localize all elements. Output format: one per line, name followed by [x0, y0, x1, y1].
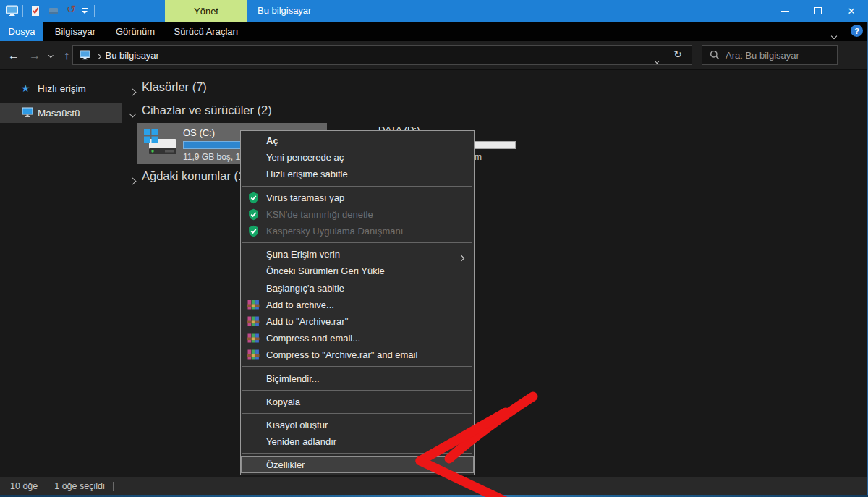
menu-item-label: Add to "Archive.rar" — [266, 316, 348, 327]
navigation-pane: ★ Hızlı erişim Masaüstü — [0, 70, 122, 477]
sidebar-item-desktop[interactable]: Masaüstü — [0, 103, 122, 123]
undo-icon[interactable]: ↺ — [67, 3, 76, 16]
menu-item-label: Yeni pencerede aç — [266, 152, 344, 163]
group-header-devices-drives[interactable]: Cihazlar ve sürücüler (2) — [122, 102, 868, 119]
sidebar-item-quick-access[interactable]: ★ Hızlı erişim — [0, 78, 122, 98]
maximize-button[interactable] — [801, 0, 835, 22]
menu-item-open-new-window[interactable]: Yeni pencerede aç — [241, 149, 474, 166]
refresh-icon[interactable]: ↻ — [673, 48, 682, 60]
menu-item-compress-rar-email[interactable]: Compress to "Archive.rar" and email — [241, 347, 474, 363]
kaspersky-shield-icon — [247, 225, 260, 237]
menu-item-add-to-archive[interactable]: Add to archive... — [241, 297, 474, 313]
group-label: Klasörler (7) — [142, 80, 207, 94]
menu-item-label: Add to archive... — [266, 300, 334, 310]
up-icon[interactable]: ↑ — [64, 41, 69, 70]
menu-item-compress-email[interactable]: Compress and email... — [241, 330, 474, 347]
menu-item-virus-scan[interactable]: Virüs taraması yap — [241, 190, 474, 206]
ribbon-collapse-icon[interactable] — [832, 28, 836, 41]
menu-item-label: Kaspersky Uygulama Danışmanı — [266, 226, 403, 237]
menu-item-label: Biçimlendir... — [266, 373, 320, 384]
manage-contextual-tab[interactable]: Yönet — [165, 0, 247, 22]
winrar-icon — [247, 349, 260, 361]
system-drive-icon — [143, 127, 178, 162]
qat-separator — [94, 5, 95, 17]
drive-name: OS (C:) — [183, 127, 215, 138]
menu-item-label: Kısayol oluştur — [266, 420, 328, 430]
qat-dropdown-icon[interactable] — [82, 8, 88, 14]
desktop-icon — [22, 106, 33, 120]
menu-item-add-to-archive-rar[interactable]: Add to "Archive.rar" — [241, 313, 474, 330]
forward-icon[interactable]: → — [29, 41, 41, 70]
group-divider — [295, 111, 859, 111]
menu-item-pin-quick-access[interactable]: Hızlı erişime sabitle — [241, 166, 474, 182]
help-icon[interactable]: ? — [851, 25, 863, 37]
drive-icon[interactable] — [48, 5, 59, 20]
drive-free-space: m — [475, 152, 482, 162]
menu-item-label: Başlangıç'a sabitle — [266, 283, 344, 294]
breadcrumb[interactable]: Bu bilgisayar — [106, 50, 159, 61]
menu-separator — [242, 366, 472, 367]
tab-surucu-araclari[interactable]: Sürücü Araçları — [165, 22, 247, 41]
kaspersky-shield-icon — [247, 192, 260, 204]
address-dropdown-icon[interactable] — [655, 54, 659, 64]
menu-item-pin-to-start[interactable]: Başlangıç'a sabitle — [241, 280, 474, 297]
menu-separator — [242, 453, 472, 454]
menu-item-create-shortcut[interactable]: Kısayol oluştur — [241, 417, 474, 433]
menu-item-properties[interactable]: Özellikler — [241, 456, 474, 473]
chevron-right-icon — [130, 85, 135, 98]
menu-item-label: Compress to "Archive.rar" and email — [266, 349, 417, 360]
search-box[interactable]: Ara: Bu bilgisayar — [702, 45, 838, 65]
menu-item-format[interactable]: Biçimlendir... — [241, 370, 474, 386]
explorer-window: ↺ Yönet Bu bilgisayar ✕ Dosya Bilgisayar… — [0, 0, 868, 497]
kaspersky-shield-icon — [247, 208, 260, 221]
menu-item-label: Hızlı erişime sabitle — [266, 169, 348, 179]
menu-separator — [242, 413, 472, 414]
recent-locations-icon[interactable] — [49, 41, 53, 70]
chevron-down-icon — [130, 106, 135, 119]
menu-item-label: Aç — [266, 135, 278, 146]
minimize-button[interactable] — [768, 0, 801, 22]
menu-item-open[interactable]: Aç — [241, 132, 474, 149]
sidebar-item-label: Hızlı erişim — [38, 83, 86, 94]
menu-item-kaspersky-advisor[interactable]: Kaspersky Uygulama Danışmanı — [241, 223, 474, 239]
winrar-icon — [247, 332, 260, 344]
tab-bilgisayar[interactable]: Bilgisayar — [43, 22, 107, 41]
search-icon — [710, 50, 720, 60]
ribbon-tab-row: Dosya Bilgisayar Görünüm Sürücü Araçları… — [0, 22, 868, 41]
menu-item-restore-previous[interactable]: Önceki Sürümleri Geri Yükle — [241, 263, 474, 279]
close-button[interactable]: ✕ — [835, 0, 868, 22]
items-count: 10 öğe — [10, 481, 38, 491]
computer-icon — [80, 50, 90, 60]
tab-gorunum[interactable]: Görünüm — [107, 22, 163, 41]
chevron-right-icon — [130, 174, 135, 187]
properties-check-icon[interactable] — [30, 5, 41, 20]
sidebar-item-label: Masaüstü — [38, 108, 80, 119]
menu-item-label: Virüs taraması yap — [266, 192, 344, 203]
menu-item-label: Şuna Erişim verin — [266, 249, 340, 260]
address-bar[interactable]: Bu bilgisayar ↻ — [72, 45, 692, 65]
menu-item-label: Yeniden adlandır — [266, 436, 336, 447]
menu-item-give-access[interactable]: Şuna Erişim verin — [241, 246, 474, 263]
back-icon[interactable]: ← — [8, 41, 20, 70]
status-bar: 10 öğe 1 öğe seçildi — [0, 477, 868, 495]
drive-free-space: 11,9 GB boş, 11 — [183, 152, 244, 162]
menu-item-rename[interactable]: Yeniden adlandır — [241, 433, 474, 450]
winrar-icon — [247, 299, 260, 311]
status-separator — [46, 482, 46, 491]
context-menu: Aç Yeni pencerede aç Hızlı erişime sabit… — [240, 130, 475, 475]
menu-item-ksn-check[interactable]: KSN'de tanınırlığı denetle — [241, 206, 474, 223]
minimize-icon — [781, 11, 789, 12]
status-separator — [113, 482, 114, 491]
group-divider — [219, 88, 859, 88]
tab-dosya[interactable]: Dosya — [0, 22, 43, 41]
window-title: Bu bilgisayar — [258, 0, 311, 22]
file-explorer-icon — [6, 5, 18, 20]
navigation-bar: ← → ↑ Bu bilgisayar ↻ Ara: Bu bilgisayar — [0, 41, 868, 70]
menu-item-label: Özellikler — [266, 459, 305, 470]
group-header-network-locations[interactable]: Ağdaki konumlar (1) — [122, 168, 868, 185]
selected-count: 1 öğe seçildi — [54, 481, 105, 491]
file-list-area: Klasörler (7) Cihazlar ve sürücüler (2) — [122, 70, 868, 477]
menu-item-label: Compress and email... — [266, 333, 360, 344]
group-header-folders[interactable]: Klasörler (7) — [122, 79, 868, 96]
menu-item-copy[interactable]: Kopyala — [241, 394, 474, 410]
